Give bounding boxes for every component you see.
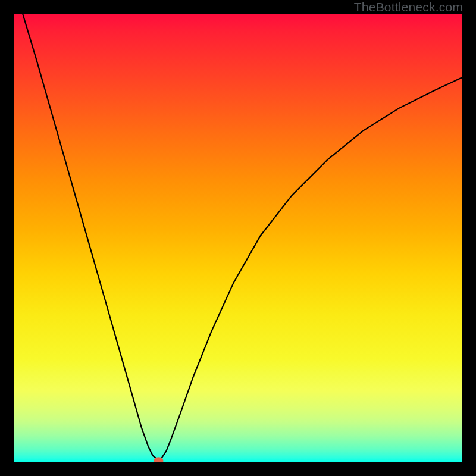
bottleneck-curve xyxy=(23,14,462,459)
watermark-text: TheBottleneck.com xyxy=(354,0,463,14)
plot-area xyxy=(14,14,462,462)
chart-container: TheBottleneck.com xyxy=(0,0,476,476)
curve-layer xyxy=(14,14,462,462)
